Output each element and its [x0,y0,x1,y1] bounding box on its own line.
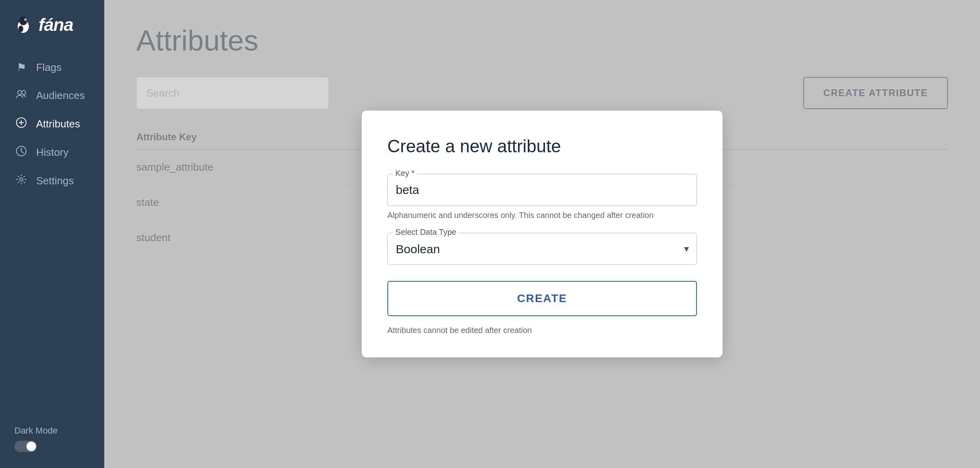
sidebar-item-label-settings: Settings [36,175,74,187]
modal-title: Create a new attribute [387,136,697,156]
svg-point-6 [18,91,22,95]
svg-point-3 [26,19,27,20]
fana-logo-icon [13,14,34,35]
modal-footer-note: Attributes cannot be edited after creati… [387,326,697,335]
settings-icon [14,174,28,188]
flag-icon: ⚑ [14,61,28,74]
sidebar-item-settings[interactable]: Settings [6,167,98,194]
dark-mode-toggle[interactable] [14,441,37,452]
sidebar-item-history[interactable]: History [6,139,98,166]
sidebar-item-label-attributes: Attributes [36,118,80,130]
svg-point-12 [20,178,23,181]
audiences-icon [14,89,28,103]
sidebar-item-audiences[interactable]: Audiences [6,82,98,109]
attributes-icon [14,117,28,131]
sidebar-bottom: Dark Mode [0,416,104,468]
key-field-group: Key * [387,174,697,206]
key-input[interactable] [387,174,697,206]
svg-point-5 [18,26,23,32]
sidebar: fána ⚑ Flags Audiences Attributes Histor… [0,0,104,468]
main-content: Attributes Search CREATE ATTRIBUTE Attri… [104,0,980,468]
sidebar-item-label-flags: Flags [36,61,62,74]
create-attribute-modal: Create a new attribute Key * Alphanumeri… [362,111,723,357]
history-icon [14,145,28,159]
modal-overlay[interactable]: Create a new attribute Key * Alphanumeri… [104,0,980,468]
sidebar-item-attributes[interactable]: Attributes [6,111,98,137]
logo-text: fána [38,15,73,35]
data-type-group: Select Data Type Boolean String Number ▾ [387,233,697,265]
sidebar-nav: ⚑ Flags Audiences Attributes History S [0,54,104,416]
key-field-label: Key * [393,169,417,178]
create-button[interactable]: CREATE [387,281,697,316]
data-type-label: Select Data Type [393,228,459,237]
key-hint-text: Alphanumeric and underscores only. This … [387,211,697,220]
sidebar-item-label-history: History [36,146,69,159]
dark-mode-label: Dark Mode [14,426,90,436]
sidebar-item-label-audiences: Audiences [36,89,85,102]
svg-marker-4 [26,22,30,23]
sidebar-item-flags[interactable]: ⚑ Flags [6,54,98,81]
svg-point-1 [19,16,27,25]
toggle-knob [26,442,36,451]
sidebar-logo: fána [0,0,104,54]
data-type-select[interactable]: Boolean String Number [387,233,697,265]
svg-point-7 [22,91,26,95]
